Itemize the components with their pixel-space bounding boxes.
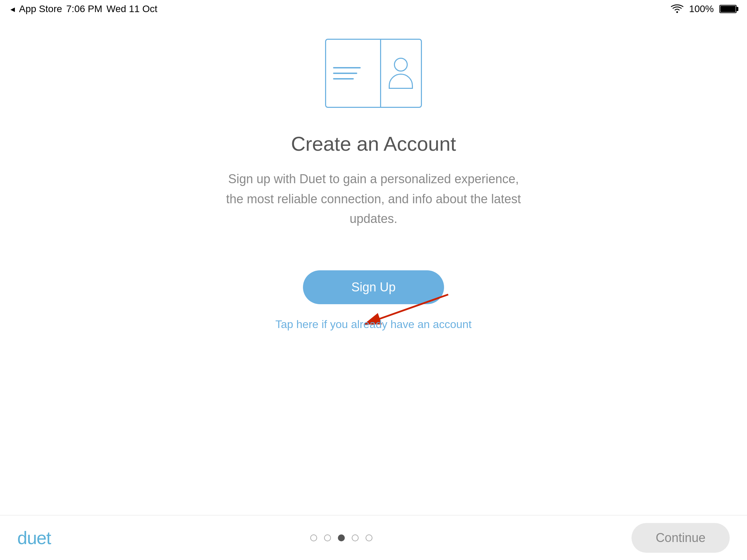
dot-4 [352,534,359,541]
app-store-label: App Store [19,3,62,15]
person-head-icon [394,58,408,72]
already-have-account-link[interactable]: Tap here if you already have an account [275,318,471,331]
icon-line-1 [333,67,361,68]
page-title: Create an Account [291,132,456,155]
dot-2 [324,534,331,541]
back-arrow-icon[interactable]: ◂ [10,4,15,15]
icon-line-2 [333,73,357,74]
battery-percent: 100% [689,3,714,15]
time-label: 7:06 PM [66,3,102,15]
person-body-icon [389,74,413,89]
status-bar: ◂ App Store 7:06 PM Wed 11 Oct 100% [0,0,747,18]
icon-line-3 [333,78,354,80]
icon-left-panel [326,40,381,107]
dot-3-active [338,534,345,541]
svg-point-0 [676,11,678,13]
person-icon [389,58,413,89]
page-description: Sign up with Duet to gain a personalized… [218,169,529,229]
app-icon [325,39,422,108]
duet-logo: duet [17,528,51,548]
battery-icon [719,5,737,13]
dot-5 [366,534,372,541]
signup-button[interactable]: Sign Up [303,270,444,304]
main-content: Create an Account Sign up with Duet to g… [0,18,747,515]
date-label: Wed 11 Oct [107,3,157,15]
bottom-bar: duet Continue [0,515,747,560]
wifi-icon [671,4,683,14]
icon-right-panel [381,40,421,107]
dot-1 [310,534,317,541]
status-right: 100% [671,3,737,15]
cta-section: Sign Up Tap here if you already have an … [275,270,471,331]
page-dots [310,534,372,541]
status-left: ◂ App Store 7:06 PM Wed 11 Oct [10,3,157,15]
continue-button[interactable]: Continue [631,523,730,553]
